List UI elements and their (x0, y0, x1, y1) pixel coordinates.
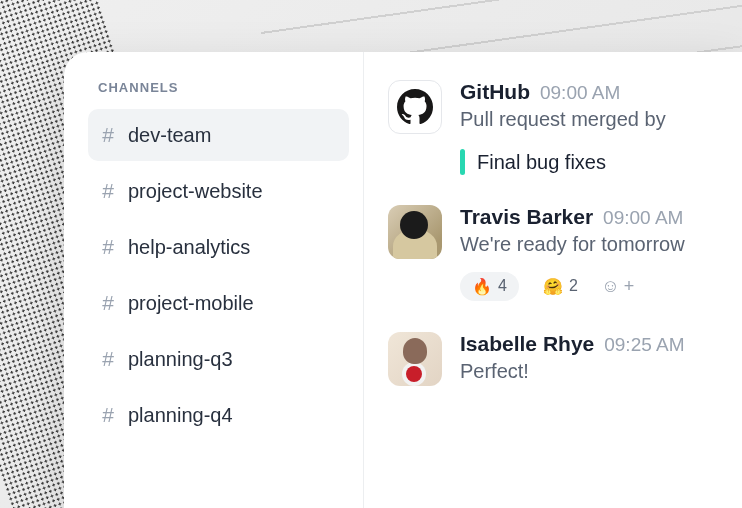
message-text: Perfect! (460, 360, 742, 383)
message-sender[interactable]: Isabelle Rhye (460, 332, 594, 356)
channel-label: planning-q3 (128, 348, 233, 371)
fire-icon: 🔥 (472, 277, 492, 296)
channels-header: CHANNELS (88, 80, 349, 95)
channel-item-project-mobile[interactable]: # project-mobile (88, 277, 349, 329)
app-window: CHANNELS # dev-team # project-website # … (64, 52, 742, 508)
channel-label: project-mobile (128, 292, 254, 315)
attachment-title: Final bug fixes (477, 151, 606, 174)
message-time: 09:00 AM (540, 82, 620, 104)
reaction-fire[interactable]: 🔥 4 (460, 272, 519, 301)
sidebar: CHANNELS # dev-team # project-website # … (64, 52, 364, 508)
hash-icon: # (100, 403, 116, 427)
avatar[interactable] (388, 332, 442, 386)
reaction-hug[interactable]: 🤗 2 (531, 272, 590, 301)
reaction-count: 2 (569, 277, 578, 295)
message-pane: GitHub 09:00 AM Pull request merged by F… (364, 52, 742, 508)
reaction-count: 4 (498, 277, 507, 295)
message-text: We're ready for tomorrow (460, 233, 742, 256)
hash-icon: # (100, 179, 116, 203)
channel-label: planning-q4 (128, 404, 233, 427)
message-row: Isabelle Rhye 09:25 AM Perfect! (388, 332, 742, 386)
channel-label: help-analytics (128, 236, 250, 259)
channel-item-planning-q4[interactable]: # planning-q4 (88, 389, 349, 441)
message-text: Pull request merged by (460, 108, 742, 131)
reactions-bar: 🔥 4 🤗 2 ☺ + (460, 270, 742, 302)
hash-icon: # (100, 123, 116, 147)
github-icon (397, 89, 433, 125)
channel-item-help-analytics[interactable]: # help-analytics (88, 221, 349, 273)
add-reaction-button[interactable]: ☺ + (602, 270, 634, 302)
hash-icon: # (100, 235, 116, 259)
hash-icon: # (100, 347, 116, 371)
avatar[interactable] (388, 80, 442, 134)
channel-label: project-website (128, 180, 263, 203)
channel-label: dev-team (128, 124, 211, 147)
attachment[interactable]: Final bug fixes (460, 149, 742, 175)
hug-icon: 🤗 (543, 277, 563, 296)
channel-item-planning-q3[interactable]: # planning-q3 (88, 333, 349, 385)
plus-icon: + (624, 276, 635, 297)
smile-icon: ☺ (601, 276, 619, 297)
hash-icon: # (100, 291, 116, 315)
message-sender[interactable]: Travis Barker (460, 205, 593, 229)
message-time: 09:00 AM (603, 207, 683, 229)
channel-item-dev-team[interactable]: # dev-team (88, 109, 349, 161)
message-time: 09:25 AM (604, 334, 684, 356)
message-sender[interactable]: GitHub (460, 80, 530, 104)
attachment-color-bar (460, 149, 465, 175)
message-row: GitHub 09:00 AM Pull request merged by F… (388, 80, 742, 175)
avatar[interactable] (388, 205, 442, 259)
message-row: Travis Barker 09:00 AM We're ready for t… (388, 205, 742, 302)
channel-item-project-website[interactable]: # project-website (88, 165, 349, 217)
